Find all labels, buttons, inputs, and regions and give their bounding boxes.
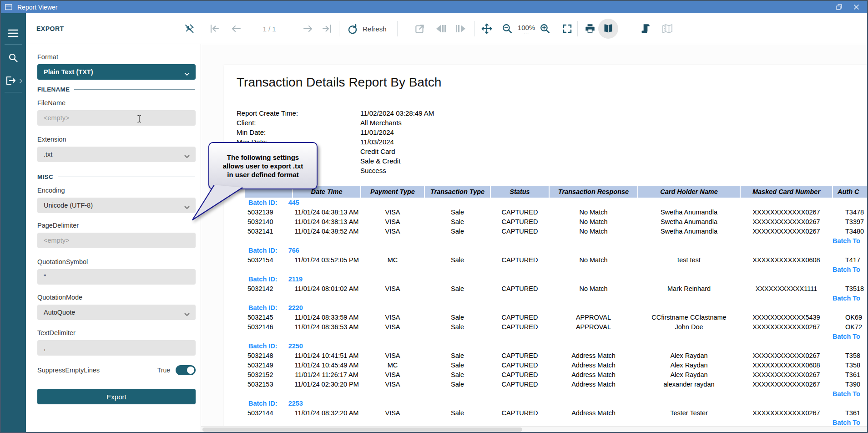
transaction-cell: CAPTURED bbox=[490, 284, 549, 293]
suppress-value-label: True bbox=[157, 367, 170, 374]
suppress-empty-lines-toggle[interactable] bbox=[176, 365, 196, 375]
meta-value: All Merchants bbox=[360, 119, 402, 127]
batch-totals-link[interactable]: Batch To bbox=[245, 265, 867, 274]
transaction-cell: Sale bbox=[424, 284, 490, 293]
transaction-cell: T3480 bbox=[833, 226, 867, 236]
transaction-cell: Sale bbox=[424, 379, 490, 389]
refresh-label[interactable]: Refresh bbox=[363, 25, 387, 32]
meta-value: Success bbox=[360, 167, 386, 174]
export-panel-icon[interactable] bbox=[5, 74, 17, 87]
previous-page-icon[interactable] bbox=[230, 22, 242, 35]
meta-value: 11/03/2024 bbox=[360, 138, 394, 146]
transaction-cell: Sale bbox=[424, 255, 490, 265]
book-view-button-active[interactable] bbox=[598, 19, 618, 39]
transaction-cell: XXXXXXXXXXXX0267 bbox=[740, 322, 833, 331]
first-page-icon[interactable] bbox=[208, 22, 221, 35]
table-body: Batch ID:445503213911/01/24 04:38:13 AMV… bbox=[245, 198, 867, 427]
text-delimiter-label: TextDelimiter bbox=[37, 329, 195, 336]
transaction-cell: VISA bbox=[361, 226, 424, 236]
batch-totals-link[interactable]: Batch To bbox=[245, 418, 867, 427]
batch-totals-row: Batch To bbox=[245, 293, 867, 303]
transaction-cell: 11/01/24 08:33:59 AM bbox=[293, 312, 361, 322]
transaction-cell: XXXXXXXXXXXX0267 bbox=[740, 226, 833, 236]
page-delimiter-input[interactable] bbox=[37, 233, 196, 248]
fullscreen-icon[interactable] bbox=[561, 22, 574, 35]
transaction-row: 503215411/01/24 03:52:05 PMMCSaleCAPTURE… bbox=[245, 255, 867, 265]
quotation-symbol-input[interactable] bbox=[37, 269, 196, 285]
batch-id-link[interactable]: 2220 bbox=[288, 304, 303, 311]
transaction-cell: XXXXXXXXXXXX0608 bbox=[740, 255, 833, 265]
transaction-cell: T390 bbox=[833, 379, 867, 389]
transaction-cell: CAPTURED bbox=[490, 360, 549, 370]
batch-id-link[interactable]: 445 bbox=[288, 199, 299, 206]
batch-id-label: Batch ID: bbox=[248, 199, 278, 206]
batch-id-link[interactable]: 2253 bbox=[288, 400, 303, 407]
meta-value: 11/01/2024 bbox=[360, 128, 394, 136]
toolbar-divider bbox=[474, 21, 475, 36]
text-delimiter-input[interactable] bbox=[37, 340, 196, 356]
transaction-cell: 5032149 bbox=[245, 360, 293, 370]
transaction-cell: 11/01/24 03:52:05 PM bbox=[293, 255, 361, 265]
unpin-panel-icon[interactable] bbox=[183, 22, 196, 35]
scroll-document-icon[interactable] bbox=[639, 22, 652, 35]
report-title: Transaction Details Report By Batch bbox=[237, 75, 441, 90]
chevron-down-icon bbox=[184, 311, 190, 318]
zoom-out-icon[interactable] bbox=[500, 22, 513, 35]
search-icon[interactable] bbox=[7, 51, 20, 64]
batch-totals-link[interactable]: Batch To bbox=[245, 293, 867, 303]
map-view-icon[interactable] bbox=[661, 22, 674, 35]
transaction-cell: CAPTURED bbox=[490, 255, 549, 265]
transaction-cell: 5032145 bbox=[245, 312, 293, 322]
transaction-cell: CAPTURED bbox=[490, 351, 549, 360]
extension-select[interactable]: .txt bbox=[37, 147, 196, 162]
format-select[interactable]: Plain Text (TXT) bbox=[37, 64, 196, 80]
next-page-icon[interactable] bbox=[302, 22, 314, 35]
transaction-cell: No Match bbox=[549, 284, 638, 293]
column-header: Auth C bbox=[833, 186, 867, 198]
close-window-icon[interactable] bbox=[853, 4, 860, 10]
batch-id-label: Batch ID: bbox=[248, 342, 278, 350]
transaction-cell: Address Match bbox=[549, 379, 638, 389]
zoom-level-dropdown[interactable]: 100% ... bbox=[514, 24, 539, 34]
transaction-cell: alexander raydan bbox=[638, 379, 740, 389]
batch-id-link[interactable]: 2250 bbox=[288, 342, 303, 350]
next-split-icon[interactable] bbox=[454, 22, 467, 35]
restore-window-icon[interactable] bbox=[835, 3, 843, 11]
report-page: Transaction Details Report By Batch Repo… bbox=[224, 65, 867, 428]
zoom-dropdown-dots: ... bbox=[514, 31, 539, 34]
refresh-icon[interactable] bbox=[345, 22, 358, 35]
quotation-mode-select[interactable]: AutoQuote bbox=[37, 305, 196, 320]
transaction-cell: 5032146 bbox=[245, 322, 293, 331]
zoom-in-icon[interactable] bbox=[538, 22, 551, 35]
print-icon[interactable] bbox=[584, 22, 596, 35]
horizontal-scrollbar-thumb[interactable] bbox=[202, 428, 522, 432]
batch-id-link[interactable]: 2119 bbox=[288, 275, 303, 283]
toolbar-divider bbox=[577, 21, 578, 36]
batch-totals-link[interactable]: Batch To bbox=[245, 236, 867, 245]
transaction-cell: Swetha Anumandla bbox=[638, 226, 740, 236]
batch-totals-link[interactable]: Batch To bbox=[245, 389, 867, 398]
previous-split-icon[interactable] bbox=[434, 22, 447, 35]
misc-section-header: MISC bbox=[37, 173, 195, 180]
batch-id-link[interactable]: 766 bbox=[288, 247, 299, 254]
transaction-cell: Sale bbox=[424, 226, 490, 236]
transaction-cell: Sale bbox=[424, 370, 490, 379]
drillthrough-back-icon[interactable] bbox=[414, 22, 426, 35]
transaction-cell: CAPTURED bbox=[490, 312, 549, 322]
meta-row: Client:All Merchants bbox=[237, 119, 434, 128]
transaction-cell: No Match bbox=[549, 217, 638, 226]
filename-input[interactable] bbox=[37, 110, 196, 126]
last-page-icon[interactable] bbox=[321, 22, 333, 35]
transaction-row: 503214111/01/24 04:38:52 AMVISASaleCAPTU… bbox=[245, 226, 867, 236]
transaction-cell: VISA bbox=[361, 207, 424, 217]
transaction-cell: CAPTURED bbox=[490, 370, 549, 379]
pan-tool-icon[interactable] bbox=[480, 22, 493, 35]
transaction-cell: VISA bbox=[361, 312, 424, 322]
menu-icon[interactable] bbox=[7, 27, 20, 40]
titlebar: Report Viewer bbox=[1, 1, 867, 13]
export-button[interactable]: Export bbox=[37, 389, 196, 404]
column-header: Masked Card Number bbox=[740, 186, 833, 198]
batch-totals-link[interactable]: Batch To bbox=[245, 331, 867, 341]
encoding-select[interactable]: Unicode (UTF-8) bbox=[37, 198, 196, 213]
transaction-cell: 5032139 bbox=[245, 207, 293, 217]
